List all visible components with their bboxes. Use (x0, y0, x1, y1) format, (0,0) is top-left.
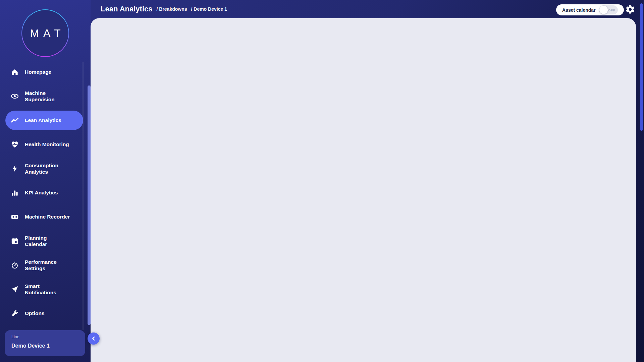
sidebar-item-label: Homepage (25, 69, 51, 75)
sidebar-item-homepage[interactable]: Homepage (0, 60, 91, 84)
sidebar-scrollbar-track (83, 62, 84, 330)
gauge-icon (10, 260, 19, 270)
sidebar-item-machine-recorder[interactable]: Machine Recorder (0, 205, 91, 229)
sidebar-item-machine-supervision[interactable]: Machine Supervision (0, 84, 91, 108)
sidebar-item-label: KPI Analytics (25, 189, 58, 196)
sidebar-item-consumption-analytics[interactable]: Consumption Analytics (0, 157, 91, 181)
calendar-icon (10, 236, 19, 246)
eye-icon (10, 92, 19, 101)
heart-icon (10, 140, 19, 149)
kpi-icon (10, 188, 19, 197)
sidebar-item-kpi-analytics[interactable]: KPI Analytics (0, 181, 91, 205)
sidebar-scrollbar-thumb[interactable] (88, 85, 91, 325)
chevron-left-icon (90, 335, 97, 342)
device-panel-value: Demo Device 1 (11, 343, 50, 349)
device-panel-label: Line (11, 335, 19, 339)
sidebar-item-health-monitoring[interactable]: Health Monitoring (0, 132, 91, 157)
breadcrumb-item[interactable]: / Demo Device 1 (191, 6, 227, 12)
bolt-icon (10, 164, 19, 173)
sidebar-item-label: Consumption Analytics (25, 162, 70, 175)
sidebar: MAT Homepage Machine Supervision Lean An… (0, 0, 91, 362)
breadcrumb-item[interactable]: / Breakdowns (156, 6, 187, 12)
send-icon (10, 285, 19, 294)
toggle-knob (599, 6, 608, 14)
page-scrollbar-thumb[interactable] (640, 3, 643, 131)
app-root: MAT Homepage Machine Supervision Lean An… (0, 0, 644, 362)
asset-calendar-label: Asset calendar (562, 7, 596, 13)
sidebar-item-label: Machine Recorder (25, 214, 70, 220)
sidebar-item-label: Options (25, 310, 45, 316)
sidebar-item-label: Lean Analytics (25, 117, 61, 123)
breadcrumb: Lean Analytics / Breakdowns / Demo Devic… (101, 0, 227, 18)
sidebar-item-label: Health Monitoring (25, 141, 69, 147)
sidebar-item-label: Planning Calendar (25, 235, 70, 248)
settings-gear-icon[interactable] (625, 4, 635, 14)
sidebar-item-label: Performance Settings (25, 259, 70, 272)
sidebar-item-label: Smart Notifications (25, 283, 70, 296)
logo-text: MAT (30, 27, 65, 40)
sidebar-item-performance-settings[interactable]: Performance Settings (0, 253, 91, 277)
mat-logo: MAT (21, 9, 69, 57)
sidebar-nav: Homepage Machine Supervision Lean Analyt… (0, 60, 91, 325)
sidebar-collapse-button[interactable] (88, 333, 100, 345)
device-panel[interactable]: Line Demo Device 1 (5, 330, 85, 356)
toggle-state-label: OFF (608, 8, 615, 12)
trend-icon (10, 116, 19, 125)
asset-calendar-switch[interactable]: OFF (599, 5, 618, 14)
content-panel (91, 18, 636, 362)
home-icon (10, 67, 19, 77)
wrench-icon (10, 309, 19, 318)
sidebar-item-planning-calendar[interactable]: Planning Calendar (0, 229, 91, 253)
sidebar-item-options[interactable]: Options (0, 301, 91, 325)
recorder-icon (10, 212, 19, 222)
page-title: Lean Analytics (101, 5, 152, 13)
sidebar-item-label: Machine Supervision (25, 90, 70, 103)
sidebar-item-smart-notifications[interactable]: Smart Notifications (0, 277, 91, 301)
asset-calendar-toggle-pill[interactable]: Asset calendar OFF (556, 4, 624, 15)
sidebar-item-lean-analytics[interactable]: Lean Analytics (5, 111, 83, 130)
gear-icon (625, 4, 635, 14)
